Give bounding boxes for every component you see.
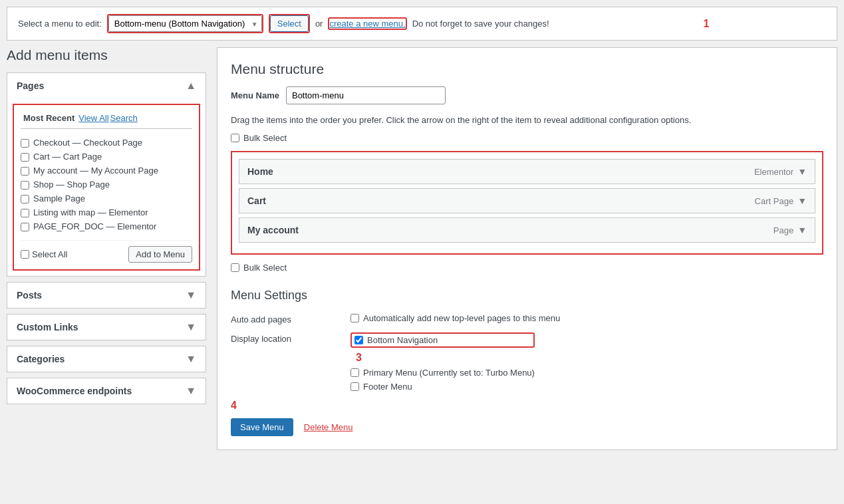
menu-item: Home Elementor ▼ xyxy=(239,159,815,184)
menu-settings-title: Menu Settings xyxy=(231,289,823,303)
categories-header[interactable]: Categories ▼ xyxy=(7,346,206,372)
menu-item-expand-0[interactable]: ▼ xyxy=(797,166,807,177)
categories-section: Categories ▼ xyxy=(7,346,206,372)
auto-add-checkbox-text: Automatically add new top-level pages to… xyxy=(363,313,560,323)
page-checkbox-1[interactable] xyxy=(21,153,29,162)
location-checkbox-0[interactable] xyxy=(354,336,363,344)
menu-select[interactable]: Bottom-menu (Bottom Navigation) xyxy=(108,15,262,32)
create-new-menu-link[interactable]: create a new menu. xyxy=(329,19,405,29)
menu-item-expand-2[interactable]: ▼ xyxy=(797,225,807,235)
custom-links-section: Custom Links ▼ xyxy=(7,314,206,340)
custom-links-chevron-icon: ▼ xyxy=(186,321,196,333)
save-reminder: Do not forget to save your changes! xyxy=(412,19,549,29)
auto-add-checkbox-label[interactable]: Automatically add new top-level pages to… xyxy=(351,313,560,323)
page-label-0: Checkout — Checkout Page xyxy=(33,138,142,148)
menu-item-name-1: Cart xyxy=(247,195,266,206)
page-label-4: Sample Page xyxy=(33,193,85,203)
posts-section: Posts ▼ xyxy=(7,282,206,309)
tab-view-all[interactable]: View All xyxy=(78,112,108,124)
menu-item-expand-1[interactable]: ▼ xyxy=(797,195,807,206)
page-label-2: My account — My Account Page xyxy=(33,166,158,176)
select-all-checkbox[interactable] xyxy=(21,250,29,259)
bulk-select-label-bottom: Bulk Select xyxy=(243,263,287,273)
location-text-1: Primary Menu (Currently set to: Turbo Me… xyxy=(363,368,535,378)
auto-add-checkbox[interactable] xyxy=(351,314,359,322)
step-1-number: 1 xyxy=(704,18,710,30)
menu-settings-section: Menu Settings Auto add pages Automatical… xyxy=(231,289,823,436)
page-checkbox-3[interactable] xyxy=(21,181,29,189)
menu-select-wrapper: Bottom-menu (Bottom Navigation) xyxy=(107,14,263,33)
left-panel: Add menu items Pages ▲ Most Recent View … xyxy=(7,47,206,450)
select-menu-label: Select a menu to edit: xyxy=(18,19,102,29)
page-checkbox-2[interactable] xyxy=(21,167,29,176)
woo-label: WooCommerce endpoints xyxy=(17,386,132,396)
menu-item-type-2: Page xyxy=(774,225,793,235)
location-checkbox-1[interactable] xyxy=(351,368,359,377)
woo-section: WooCommerce endpoints ▼ xyxy=(7,378,206,404)
menu-name-input[interactable] xyxy=(286,86,446,104)
step-4-number: 4 xyxy=(231,400,823,412)
add-to-menu-button[interactable]: Add to Menu xyxy=(128,246,192,263)
page-label-6: PAGE_FOR_DOC — Elementor xyxy=(33,221,156,231)
list-item: PAGE_FOR_DOC — Elementor xyxy=(21,219,190,233)
step-3-number: 3 xyxy=(356,352,535,364)
list-item: Cart — Cart Page xyxy=(21,150,190,164)
add-menu-items-title: Add menu items xyxy=(7,47,206,63)
location-label-1[interactable]: Primary Menu (Currently set to: Turbo Me… xyxy=(351,368,535,378)
location-text-0: Bottom Navigation xyxy=(367,335,438,345)
list-item: Listing with map — Elementor xyxy=(21,205,190,219)
pages-content-box: Most Recent View All Search Checkout — C… xyxy=(13,104,200,271)
page-label-1: Cart — Cart Page xyxy=(33,152,102,162)
delete-menu-link[interactable]: Delete Menu xyxy=(304,422,353,432)
bulk-select-row-bottom: Bulk Select xyxy=(231,263,823,273)
save-delete-row: Save Menu Delete Menu xyxy=(231,418,823,436)
main-content: Add menu items Pages ▲ Most Recent View … xyxy=(7,47,837,450)
display-location-label: Display location xyxy=(231,332,337,344)
page-checkbox-4[interactable] xyxy=(21,195,29,203)
menu-item-name-0: Home xyxy=(247,166,273,177)
bottom-nav-wrapper: Bottom Navigation xyxy=(351,332,535,348)
bulk-select-checkbox-top[interactable] xyxy=(231,134,239,142)
location-label-2[interactable]: Footer Menu xyxy=(351,382,535,392)
menu-item-name-2: My account xyxy=(247,225,299,235)
menu-select-container: Bottom-menu (Bottom Navigation) xyxy=(108,15,262,32)
location-text-2: Footer Menu xyxy=(363,382,412,392)
display-location-controls: Bottom Navigation3 Primary Menu (Current… xyxy=(351,332,535,392)
bottom-nav-label[interactable]: Bottom Navigation xyxy=(352,334,440,346)
page-checkbox-6[interactable] xyxy=(21,223,29,231)
select-btn-wrapper: Select xyxy=(269,14,310,33)
list-item: Sample Page xyxy=(21,191,190,205)
menu-name-row: Menu Name xyxy=(231,86,823,104)
bulk-select-row-top: Bulk Select xyxy=(231,133,823,143)
create-link-wrapper: create a new menu. xyxy=(328,17,406,30)
tab-search[interactable]: Search xyxy=(110,112,138,124)
auto-add-row: Auto add pages Automatically add new top… xyxy=(231,313,823,324)
or-text: or xyxy=(315,19,323,29)
bulk-select-checkbox-bottom[interactable] xyxy=(231,263,239,272)
bulk-select-label-top: Bulk Select xyxy=(243,133,287,143)
tab-most-recent[interactable]: Most Recent xyxy=(21,112,77,124)
woo-header[interactable]: WooCommerce endpoints ▼ xyxy=(7,378,206,404)
page-checkbox-0[interactable] xyxy=(21,139,29,148)
pages-header-label: Pages xyxy=(17,80,44,91)
right-panel: Menu structure Menu Name Drag the items … xyxy=(217,47,837,450)
woo-chevron-icon: ▼ xyxy=(186,385,196,397)
custom-links-header[interactable]: Custom Links ▼ xyxy=(7,315,206,340)
save-menu-button[interactable]: Save Menu xyxy=(231,418,293,436)
select-button[interactable]: Select xyxy=(270,15,309,32)
menu-item: My account Page ▼ xyxy=(239,217,815,243)
select-all-label[interactable]: Select All xyxy=(21,249,67,259)
location-checkbox-2[interactable] xyxy=(351,382,359,391)
pages-section-header[interactable]: Pages ▲ xyxy=(7,73,206,98)
posts-section-header[interactable]: Posts ▼ xyxy=(7,283,206,308)
pages-list: Checkout — Checkout Page Cart — Cart Pag… xyxy=(21,136,192,233)
page-checkbox-5[interactable] xyxy=(21,209,29,217)
custom-links-label: Custom Links xyxy=(17,322,78,332)
display-location-row: Display location Bottom Navigation3 Prim… xyxy=(231,332,823,392)
categories-label: Categories xyxy=(17,354,65,364)
top-bar: Select a menu to edit: Bottom-menu (Bott… xyxy=(7,7,837,41)
menu-items-container: Home Elementor ▼ Cart Cart Page ▼ My acc… xyxy=(231,151,823,255)
pages-tabs-row: Most Recent View All Search xyxy=(21,112,192,129)
select-all-row: Select All Add to Menu xyxy=(21,240,192,263)
pages-chevron-up-icon: ▲ xyxy=(186,80,196,92)
